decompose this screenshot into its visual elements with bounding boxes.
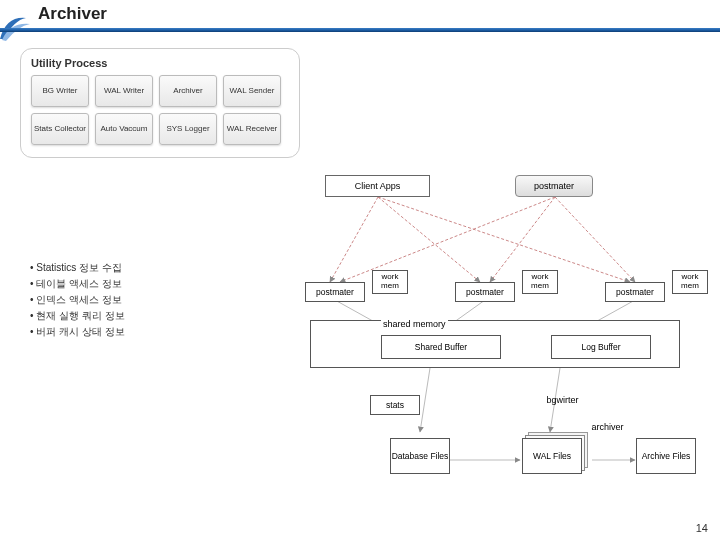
shared-memory-label: shared memory — [381, 319, 448, 329]
archiver-label: archiver — [585, 422, 630, 436]
client-apps-box: Client Apps — [325, 175, 430, 197]
wal-files-stack: WAL Files — [522, 432, 588, 474]
work-mem-2: work mem — [522, 270, 558, 294]
work-mem-1: work mem — [372, 270, 408, 294]
archiver-cube: Archiver — [159, 75, 217, 107]
stats-box: stats — [370, 395, 420, 415]
svg-line-0 — [330, 197, 378, 282]
bullet-item: 현재 실행 쿼리 정보 — [30, 308, 125, 324]
bullet-item: 테이블 액세스 정보 — [30, 276, 125, 292]
archive-files-box: Archive Files — [636, 438, 696, 474]
shared-buffer-box: Shared Buffer — [381, 335, 501, 359]
bullet-item: Statistics 정보 수집 — [30, 260, 125, 276]
shared-memory-box: shared memory Shared Buffer Log Buffer — [310, 320, 680, 368]
panel-title: Utility Process — [31, 57, 289, 69]
utility-process-panel: Utility Process BG Writer WAL Writer Arc… — [20, 48, 300, 158]
log-buffer-box: Log Buffer — [551, 335, 651, 359]
bullets-list: Statistics 정보 수집 테이블 액세스 정보 인덱스 액세스 정보 현… — [30, 260, 125, 340]
svg-line-2 — [378, 197, 630, 282]
wal-receiver-cube: WAL Receiver — [223, 113, 281, 145]
auto-vacuum-cube: Auto Vaccum — [95, 113, 153, 145]
wal-sender-cube: WAL Sender — [223, 75, 281, 107]
bullet-item: 인덱스 액세스 정보 — [30, 292, 125, 308]
postmater-proc-1: postmater — [305, 282, 365, 302]
bgwriter-label: bgwirter — [535, 395, 590, 413]
bullet-item: 버퍼 캐시 상태 정보 — [30, 324, 125, 340]
page-number: 14 — [696, 522, 708, 534]
postmater-main: postmater — [515, 175, 593, 197]
wal-writer-cube: WAL Writer — [95, 75, 153, 107]
wal-files-box: WAL Files — [522, 438, 582, 474]
bg-writer-cube: BG Writer — [31, 75, 89, 107]
svg-line-5 — [555, 197, 635, 282]
stats-collector-cube: Stats Collector — [31, 113, 89, 145]
postmater-proc-3: postmater — [605, 282, 665, 302]
postmater-proc-2: postmater — [455, 282, 515, 302]
header-divider — [0, 28, 720, 32]
sys-logger-cube: SYS Logger — [159, 113, 217, 145]
database-files-box: Database Files — [390, 438, 450, 474]
svg-line-9 — [420, 368, 430, 432]
page-title: Archiver — [38, 4, 107, 24]
utility-grid: BG Writer WAL Writer Archiver WAL Sender… — [31, 75, 289, 145]
work-mem-3: work mem — [672, 270, 708, 294]
